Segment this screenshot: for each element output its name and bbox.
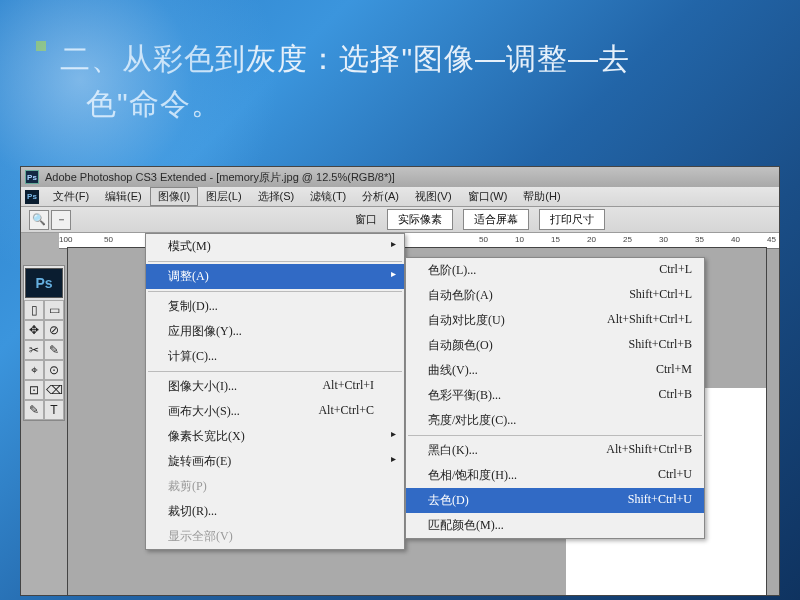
shortcut: Ctrl+M bbox=[656, 362, 692, 377]
tool-pen[interactable]: ✎ bbox=[24, 400, 44, 420]
actual-pixels-button[interactable]: 实际像素 bbox=[387, 209, 453, 230]
menu-item[interactable]: 曲线(V)...Ctrl+M bbox=[406, 358, 704, 383]
menu-item: 裁剪(P) bbox=[146, 474, 404, 499]
menu-image[interactable]: 图像(I) bbox=[150, 187, 198, 206]
ruler-mark: 35 bbox=[695, 235, 704, 244]
menubar: Ps 文件(F) 编辑(E) 图像(I) 图层(L) 选择(S) 滤镜(T) 分… bbox=[21, 187, 779, 207]
fit-screen-button[interactable]: 适合屏幕 bbox=[463, 209, 529, 230]
menu-item[interactable]: 裁切(R)... bbox=[146, 499, 404, 524]
zoom-out-icon[interactable]: － bbox=[51, 210, 71, 230]
menu-file[interactable]: 文件(F) bbox=[45, 187, 97, 206]
menu-item[interactable]: 画布大小(S)...Alt+Ctrl+C bbox=[146, 399, 404, 424]
photoshop-window: Ps Adobe Photoshop CS3 Extended - [memor… bbox=[20, 166, 780, 596]
tool-heal[interactable]: ⌖ bbox=[24, 360, 44, 380]
menu-item[interactable]: 复制(D)... bbox=[146, 294, 404, 319]
shortcut: Shift+Ctrl+U bbox=[628, 492, 692, 507]
shortcut: Ctrl+U bbox=[658, 467, 692, 482]
menu-item[interactable]: 自动对比度(U)Alt+Shift+Ctrl+L bbox=[406, 308, 704, 333]
menu-item[interactable]: 自动色阶(A)Shift+Ctrl+L bbox=[406, 283, 704, 308]
menu-item[interactable]: 自动颜色(O)Shift+Ctrl+B bbox=[406, 333, 704, 358]
ps-logo-icon: Ps bbox=[25, 170, 39, 184]
ruler-mark: 30 bbox=[659, 235, 668, 244]
options-bar: 🔍 － 窗口 实际像素 适合屏幕 打印尺寸 bbox=[21, 207, 779, 233]
menu-item[interactable]: 色阶(L)...Ctrl+L bbox=[406, 258, 704, 283]
menu-filter[interactable]: 滤镜(T) bbox=[302, 187, 354, 206]
menu-item[interactable]: 旋转画布(E) bbox=[146, 449, 404, 474]
titlebar[interactable]: Ps Adobe Photoshop CS3 Extended - [memor… bbox=[21, 167, 779, 187]
tool-brush[interactable]: ⊙ bbox=[44, 360, 64, 380]
zoom-tool-group: 🔍 － bbox=[29, 210, 71, 230]
ruler-mark: 10 bbox=[515, 235, 524, 244]
menu-item: 显示全部(V) bbox=[146, 524, 404, 549]
menu-item[interactable]: 调整(A) bbox=[146, 264, 404, 289]
menu-separator bbox=[148, 291, 402, 292]
ruler-mark: 40 bbox=[731, 235, 740, 244]
tool-type[interactable]: T bbox=[44, 400, 64, 420]
tool-marquee[interactable]: ▭ bbox=[44, 300, 64, 320]
window-label: 窗口 bbox=[355, 212, 377, 227]
shortcut: Ctrl+B bbox=[659, 387, 692, 402]
ruler-mark: 50 bbox=[479, 235, 488, 244]
ps-logo-icon: Ps bbox=[25, 190, 39, 204]
shortcut: Alt+Shift+Ctrl+L bbox=[607, 312, 692, 327]
menu-item[interactable]: 亮度/对比度(C)... bbox=[406, 408, 704, 433]
shortcut: Ctrl+L bbox=[659, 262, 692, 277]
image-menu-dropdown: 模式(M)调整(A)复制(D)...应用图像(Y)...计算(C)...图像大小… bbox=[145, 233, 405, 550]
ruler-mark: 100 bbox=[59, 235, 72, 244]
shortcut: Alt+Shift+Ctrl+B bbox=[606, 442, 692, 457]
menu-select[interactable]: 选择(S) bbox=[250, 187, 303, 206]
menu-separator bbox=[148, 371, 402, 372]
menu-edit[interactable]: 编辑(E) bbox=[97, 187, 150, 206]
tool-wand[interactable]: ⊘ bbox=[44, 320, 64, 340]
menu-separator bbox=[408, 435, 702, 436]
tool-eraser[interactable]: ⌫ bbox=[44, 380, 64, 400]
ruler-mark: 25 bbox=[623, 235, 632, 244]
tool-move[interactable]: ▯ bbox=[24, 300, 44, 320]
menu-item[interactable]: 应用图像(Y)... bbox=[146, 319, 404, 344]
shortcut: Shift+Ctrl+B bbox=[628, 337, 692, 352]
menu-item[interactable]: 黑白(K)...Alt+Shift+Ctrl+B bbox=[406, 438, 704, 463]
ps-brand-icon[interactable]: Ps bbox=[25, 268, 63, 298]
tool-crop[interactable]: ✂ bbox=[24, 340, 44, 360]
menu-item[interactable]: 图像大小(I)...Alt+Ctrl+I bbox=[146, 374, 404, 399]
menu-item[interactable]: 匹配颜色(M)... bbox=[406, 513, 704, 538]
menu-item[interactable]: 色彩平衡(B)...Ctrl+B bbox=[406, 383, 704, 408]
adjustments-submenu: 色阶(L)...Ctrl+L自动色阶(A)Shift+Ctrl+L自动对比度(U… bbox=[405, 257, 705, 539]
print-size-button[interactable]: 打印尺寸 bbox=[539, 209, 605, 230]
zoom-icon[interactable]: 🔍 bbox=[29, 210, 49, 230]
ruler-mark: 20 bbox=[587, 235, 596, 244]
ruler-mark: 50 bbox=[104, 235, 113, 244]
menu-item[interactable]: 去色(D)Shift+Ctrl+U bbox=[406, 488, 704, 513]
menu-item[interactable]: 像素长宽比(X) bbox=[146, 424, 404, 449]
workspace: 10050050101520253035404550556065 Ps ▯▭ ✥… bbox=[21, 233, 779, 595]
menu-view[interactable]: 视图(V) bbox=[407, 187, 460, 206]
menu-item[interactable]: 计算(C)... bbox=[146, 344, 404, 369]
tool-slice[interactable]: ✎ bbox=[44, 340, 64, 360]
shortcut: Shift+Ctrl+L bbox=[629, 287, 692, 302]
menu-item[interactable]: 色相/饱和度(H)...Ctrl+U bbox=[406, 463, 704, 488]
window-title: Adobe Photoshop CS3 Extended - [memory原片… bbox=[45, 170, 395, 185]
ruler-mark: 15 bbox=[551, 235, 560, 244]
shortcut: Alt+Ctrl+I bbox=[322, 378, 374, 393]
tool-stamp[interactable]: ⊡ bbox=[24, 380, 44, 400]
menu-layer[interactable]: 图层(L) bbox=[198, 187, 249, 206]
menu-analysis[interactable]: 分析(A) bbox=[354, 187, 407, 206]
ruler-mark: 45 bbox=[767, 235, 776, 244]
menu-separator bbox=[148, 261, 402, 262]
toolbox: Ps ▯▭ ✥⊘ ✂✎ ⌖⊙ ⊡⌫ ✎T bbox=[23, 265, 65, 421]
shortcut: Alt+Ctrl+C bbox=[318, 403, 374, 418]
menu-window[interactable]: 窗口(W) bbox=[460, 187, 516, 206]
menu-item[interactable]: 模式(M) bbox=[146, 234, 404, 259]
menu-help[interactable]: 帮助(H) bbox=[515, 187, 568, 206]
tool-lasso[interactable]: ✥ bbox=[24, 320, 44, 340]
